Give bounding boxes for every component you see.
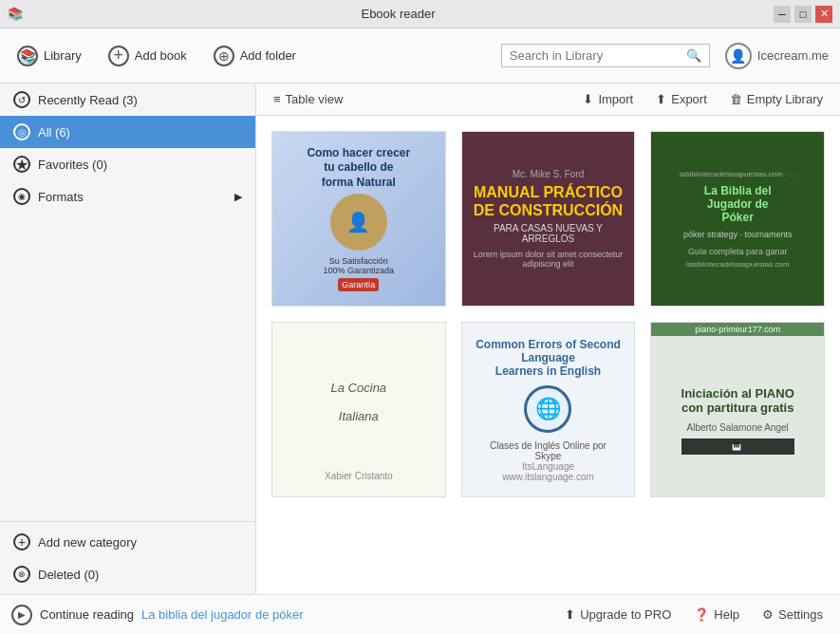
help-button[interactable]: ❓ Help bbox=[688, 605, 745, 625]
book3-url: labibliotecadelasapuestas.com · ... bbox=[680, 170, 795, 178]
upgrade-icon: ⬆ bbox=[565, 607, 575, 622]
settings-label: Settings bbox=[778, 607, 823, 622]
add-folder-icon: ⊕ bbox=[214, 46, 234, 66]
add-category-button[interactable]: + Add new category bbox=[0, 526, 255, 558]
favorites-icon: ★ bbox=[13, 156, 30, 173]
formats-arrow-icon: ▶ bbox=[234, 191, 242, 203]
maximize-button[interactable]: □ bbox=[794, 6, 812, 23]
book6-header: piano-primeur177.com bbox=[651, 323, 824, 336]
title-bar: 📚 Ebook reader ─ □ ✕ bbox=[0, 0, 840, 28]
deleted-label: Deleted (0) bbox=[38, 568, 99, 582]
close-button[interactable]: ✕ bbox=[815, 6, 832, 23]
all-icon: ◎ bbox=[13, 123, 30, 140]
title-bar-controls: ─ □ ✕ bbox=[774, 6, 832, 23]
book-card-2[interactable]: Mc. Mike S. Ford MANUAL PRÁCTICODE CONST… bbox=[461, 131, 636, 307]
recently-read-label: Recently Read (3) bbox=[38, 93, 138, 107]
import-icon: ⬇ bbox=[583, 92, 593, 106]
book3-link: labibliotecadelasapuestas.com bbox=[686, 260, 790, 269]
bottom-bar-right: ⬆ Upgrade to PRO ❓ Help ⚙ Settings bbox=[559, 605, 829, 625]
deleted-icon: ⊗ bbox=[13, 566, 30, 583]
book-grid: Como hacer crecertu cabello deforma Natu… bbox=[256, 116, 840, 594]
book5-subtitle: Clases de Inglés Online porSkype bbox=[490, 440, 607, 461]
empty-library-button[interactable]: 🗑 Empty Library bbox=[724, 89, 829, 109]
book3-body: póker strategy · tournaments bbox=[683, 230, 793, 239]
book2-author-top: Mc. Mike S. Ford bbox=[513, 169, 585, 179]
continue-reading-title[interactable]: La biblia del jugador de póker bbox=[141, 607, 304, 622]
upgrade-button[interactable]: ⬆ Upgrade to PRO bbox=[559, 605, 677, 625]
book4-title: La CocinaItaliana bbox=[331, 381, 387, 423]
search-bar[interactable]: 🔍 bbox=[501, 44, 710, 67]
settings-button[interactable]: ⚙ Settings bbox=[756, 605, 829, 625]
sidebar-bottom: + Add new category ⊗ Deleted (0) bbox=[0, 521, 255, 594]
book1-title: Como hacer crecertu cabello deforma Natu… bbox=[307, 146, 410, 191]
book2-subtitle: PARA CASAS NUEVAS Y ARREGLOS bbox=[470, 223, 627, 244]
sidebar-item-deleted[interactable]: ⊗ Deleted (0) bbox=[0, 558, 255, 590]
book-cover-5: Common Errors of SecondLanguageLearners … bbox=[462, 323, 635, 496]
library-button[interactable]: 📚 Library bbox=[11, 42, 87, 70]
book-cover-6: piano-primeur177.com Iniciación al PIANO… bbox=[651, 323, 824, 496]
recently-read-icon: ↺ bbox=[13, 91, 30, 108]
sidebar-item-favorites[interactable]: ★ Favorites (0) bbox=[0, 148, 255, 180]
add-folder-button[interactable]: ⊕ Add folder bbox=[208, 42, 302, 70]
search-input[interactable] bbox=[510, 48, 681, 63]
library-icon: 📚 bbox=[17, 46, 38, 66]
minimize-button[interactable]: ─ bbox=[774, 6, 791, 23]
add-category-label: Add new category bbox=[38, 535, 137, 550]
sidebar-item-recently-read[interactable]: ↺ Recently Read (3) bbox=[0, 84, 255, 116]
favorites-label: Favorites (0) bbox=[38, 158, 107, 172]
book-card-6[interactable]: piano-primeur177.com Iniciación al PIANO… bbox=[650, 322, 825, 497]
book2-desc: Lorem ipsum dolor sit amet consectetur a… bbox=[470, 250, 627, 269]
book-card-5[interactable]: Common Errors of SecondLanguageLearners … bbox=[461, 322, 636, 497]
import-button[interactable]: ⬇ Import bbox=[577, 89, 639, 109]
book-card-4[interactable]: La CocinaItaliana Xabier Cristanto bbox=[271, 322, 446, 497]
sidebar-item-formats[interactable]: ◉ Formats ▶ bbox=[0, 180, 255, 213]
add-folder-label: Add folder bbox=[240, 48, 296, 63]
sidebar-item-all[interactable]: ◎ All (6) bbox=[0, 116, 255, 148]
add-book-icon: + bbox=[108, 46, 129, 66]
user-label: Icecream.me bbox=[757, 48, 829, 63]
export-button[interactable]: ⬆ Export bbox=[650, 89, 713, 109]
formats-label: Formats bbox=[38, 190, 84, 204]
book5-author: ItsLanguagewww.itslanguage.com bbox=[502, 461, 594, 482]
book-card-3[interactable]: labibliotecadelasapuestas.com · ... La B… bbox=[650, 131, 825, 307]
toolbar: 📚 Library + Add book ⊕ Add folder 🔍 👤 Ic… bbox=[0, 28, 840, 84]
user-avatar: 👤 bbox=[725, 43, 752, 69]
help-icon: ❓ bbox=[694, 607, 709, 622]
add-book-button[interactable]: + Add book bbox=[103, 42, 193, 70]
book4-author: Xabier Cristanto bbox=[325, 471, 393, 481]
book1-badge: Garantía bbox=[338, 278, 379, 291]
book-cover-4: La CocinaItaliana Xabier Cristanto bbox=[272, 323, 445, 496]
user-button[interactable]: 👤 Icecream.me bbox=[725, 43, 829, 69]
book3-title: La Biblia delJugador dePóker bbox=[704, 184, 772, 224]
title-bar-left: 📚 bbox=[8, 7, 23, 21]
book6-piano-keys: 🎹 bbox=[681, 438, 794, 455]
content-toolbar-left: ≡ Table view bbox=[268, 89, 348, 109]
upgrade-label: Upgrade to PRO bbox=[580, 607, 671, 622]
content-toolbar-right: ⬇ Import ⬆ Export 🗑 Empty Library bbox=[577, 89, 829, 109]
content-area: ≡ Table view ⬇ Import ⬆ Export 🗑 Empty L… bbox=[256, 84, 840, 594]
book-cover-2: Mc. Mike S. Ford MANUAL PRÁCTICODE CONST… bbox=[462, 132, 635, 306]
export-icon: ⬆ bbox=[656, 92, 666, 106]
book1-subtitle: Su Satisfacción100% Garantizada bbox=[324, 256, 395, 275]
export-label: Export bbox=[671, 92, 707, 106]
book5-title: Common Errors of SecondLanguageLearners … bbox=[476, 338, 621, 378]
trash-icon: 🗑 bbox=[730, 92, 742, 106]
continue-reading-icon: ▶ bbox=[11, 605, 32, 625]
formats-icon: ◉ bbox=[13, 188, 30, 205]
library-label: Library bbox=[44, 48, 82, 63]
book3-desc: Guía completa para ganar bbox=[688, 247, 788, 256]
book1-image: 👤 bbox=[330, 194, 387, 251]
all-label: All (6) bbox=[38, 125, 70, 140]
table-view-button[interactable]: ≡ Table view bbox=[268, 89, 348, 109]
book-cover-1: Como hacer crecertu cabello deforma Natu… bbox=[272, 132, 445, 306]
book-card-1[interactable]: Como hacer crecertu cabello deforma Natu… bbox=[271, 131, 446, 307]
continue-reading-label: Continue reading bbox=[40, 607, 134, 622]
book6-title: Iniciación al PIANOcon partitura gratis bbox=[681, 386, 794, 415]
empty-library-label: Empty Library bbox=[747, 92, 823, 106]
content-toolbar: ≡ Table view ⬇ Import ⬆ Export 🗑 Empty L… bbox=[256, 84, 840, 116]
bottom-bar-left: ▶ Continue reading La biblia del jugador… bbox=[11, 605, 551, 625]
table-view-label: Table view bbox=[286, 92, 344, 106]
book5-globe: 🌐 bbox=[524, 385, 571, 433]
table-view-icon: ≡ bbox=[273, 92, 281, 106]
book2-title: MANUAL PRÁCTICODE CONSTRUCCIÓN bbox=[474, 183, 623, 219]
